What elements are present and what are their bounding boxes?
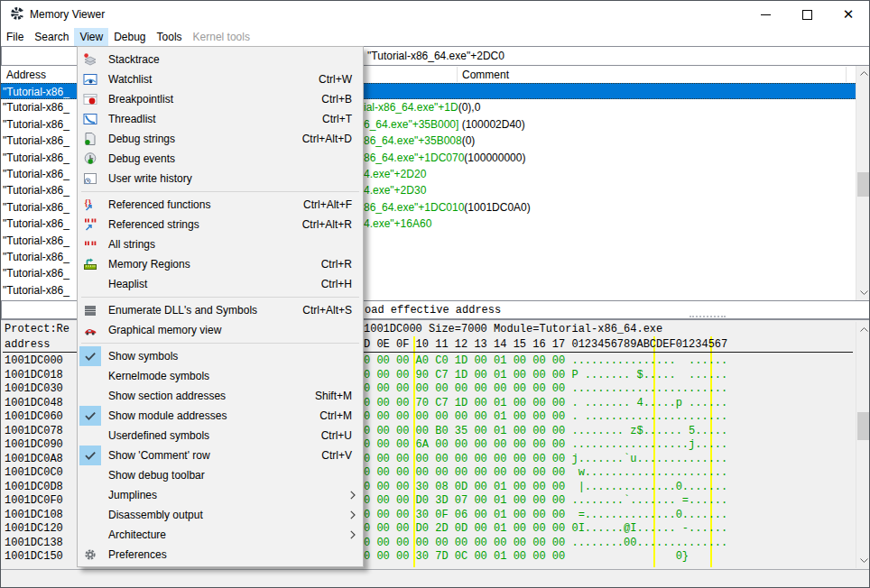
empty-icon-cell [79, 274, 101, 294]
menu-item-shortcut: Ctrl+M [319, 409, 352, 422]
menu-item-heaplist[interactable]: HeaplistCtrl+H [78, 274, 363, 294]
hex-row-bytes[interactable]: 0 00 00 A0 C0 1D 00 01 00 00 00 ........… [364, 354, 727, 367]
column-divider[interactable] [457, 67, 458, 82]
menu-item-show-debug-toolbar[interactable]: Show debug toolbar [78, 465, 363, 485]
hex-row-address[interactable]: 1001DC078 [5, 425, 63, 437]
menu-item-label: Debug events [108, 152, 175, 165]
scrollbar-thumb[interactable] [857, 412, 870, 440]
menubar-item-debug[interactable]: Debug [108, 28, 151, 46]
hex-row-bytes[interactable]: 0 00 00 70 C7 1D 00 01 00 00 00 . ......… [364, 397, 727, 409]
splitter-grip[interactable] [690, 316, 726, 317]
value-annotation: (100000000) [464, 152, 525, 164]
empty-icon-cell [79, 525, 101, 545]
hex-row-address[interactable]: 1001DC0A8 [5, 453, 63, 465]
minimize-button[interactable] [745, 1, 786, 28]
menu-item-memory-regions[interactable]: Memory RegionsCtrl+R [78, 254, 363, 274]
menubar-item-search[interactable]: Search [29, 28, 74, 46]
hex-row-bytes[interactable]: 0 00 00 00 00 00 00 00 00 00 00 ........… [364, 382, 727, 395]
menubar: FileSearchViewDebugToolsKernel tools [1, 28, 869, 46]
address-column-header: Address [6, 69, 46, 81]
titlebar[interactable]: Memory Viewer ✕ [1, 1, 869, 28]
menu-item-disassembly-output[interactable]: Disassembly output [78, 505, 363, 525]
referenced-strings-icon [79, 215, 101, 234]
hex-row-address[interactable]: 1001DC000 [5, 354, 63, 367]
scroll-up-icon[interactable] [856, 66, 870, 81]
menu-item-breakpointlist[interactable]: BreakpointlistCtrl+B [78, 89, 363, 109]
menubar-item-kernel-tools[interactable]: Kernel tools [188, 28, 255, 46]
hex-row-bytes[interactable]: 0 00 00 00 00 00 00 00 00 00 00 w.......… [364, 466, 727, 479]
menu-item-label: Enumerate DLL's and Symbols [108, 304, 257, 317]
hex-row-bytes[interactable]: 0 00 00 6A 00 00 00 00 00 00 00 ........… [364, 438, 727, 451]
disasm-address: "Tutorial-x86_ [3, 216, 76, 232]
menubar-item-tools[interactable]: Tools [152, 28, 188, 46]
hex-row-bytes[interactable]: 0 00 00 D0 3D 07 00 01 00 00 00 ........… [364, 494, 727, 507]
hex-row-address[interactable]: 1001DC018 [5, 369, 63, 381]
close-button[interactable]: ✕ [828, 1, 869, 28]
menu-item-kernelmode-symbols[interactable]: Kernelmode symbols [78, 366, 363, 386]
menu-item-shortcut: Ctrl+Alt+F [303, 198, 352, 211]
hex-row-address[interactable]: 1001DC0D8 [5, 481, 63, 493]
scroll-down-icon[interactable] [856, 285, 870, 300]
hex-row-address[interactable]: 1001DC138 [5, 537, 63, 549]
disasm-address: "Tutorial-x86_ [3, 99, 76, 115]
scroll-up-icon[interactable] [856, 322, 870, 337]
menu-item-user-write-history[interactable]: User write history [78, 169, 363, 188]
submenu-arrow-icon [350, 529, 356, 542]
menubar-item-view[interactable]: View [74, 28, 108, 46]
hex-row-bytes[interactable]: 0 00 00 90 C7 1D 00 01 00 00 00 P ......… [364, 369, 727, 381]
symbol-reference: 86_64.exe"+1DC010 [364, 201, 464, 214]
hex-row-bytes[interactable]: 0 00 00 00 00 00 00 00 00 00 00 j.......… [364, 453, 727, 465]
hex-row-bytes[interactable]: 0 00 00 00 00 00 00 01 00 00 00 . ......… [364, 410, 727, 423]
hex-row-address[interactable]: 1001DC108 [5, 509, 63, 521]
disassembly-scrollbar[interactable] [856, 66, 870, 300]
watchlist-icon [79, 69, 101, 89]
menu-item-architecture[interactable]: Architecture [78, 525, 363, 545]
user-write-history-icon [79, 169, 101, 188]
menu-item-preferences[interactable]: Preferences [78, 545, 363, 565]
hex-row-address[interactable]: 1001DC0C0 [5, 466, 63, 479]
hex-row-address[interactable]: 1001DC0F0 [5, 494, 63, 507]
hex-row-bytes[interactable]: 0 00 00 00 B0 35 00 01 00 00 00 ........… [364, 425, 727, 437]
hex-row-bytes[interactable]: 0 00 00 30 08 0D 00 01 00 00 00 |.......… [364, 481, 727, 493]
hex-row-address[interactable]: 1001DC090 [5, 438, 63, 451]
symbol-reference: 4.exe"+2D30 [364, 184, 426, 197]
hex-row-address[interactable]: 1001DC120 [5, 522, 63, 535]
hex-row-address[interactable]: 1001DC030 [5, 382, 63, 395]
menu-item-referenced-strings[interactable]: Referenced stringsCtrl+Alt+R [78, 215, 363, 234]
menu-item-label: Kernelmode symbols [108, 370, 209, 382]
menu-separator [78, 340, 363, 346]
menu-item-shortcut: Ctrl+W [319, 73, 352, 86]
hex-row-bytes[interactable]: 0 00 00 30 7D 0C 00 01 00 00 00 0} [364, 550, 727, 563]
menu-item-debug-events[interactable]: Debug events [78, 149, 363, 169]
menu-item-jumplines[interactable]: Jumplines [78, 485, 363, 505]
menu-item-show-module-addresses[interactable]: Show module addressesCtrl+M [78, 406, 363, 426]
scrollbar-thumb[interactable] [857, 172, 870, 197]
column-divider[interactable] [846, 67, 847, 82]
menu-item-watchlist[interactable]: WatchlistCtrl+W [78, 69, 363, 89]
hexview-scrollbar[interactable] [856, 322, 870, 568]
menu-item-show-section-addresses[interactable]: Show section addressesShift+M [78, 386, 363, 406]
menu-item-show-comment-row[interactable]: Show 'Comment' rowCtrl+V [78, 446, 363, 465]
menu-item-threadlist[interactable]: ThreadlistCtrl+T [78, 109, 363, 129]
disasm-address: "Tutorial-x86_ [3, 199, 76, 216]
menu-item-referenced-functions[interactable]: {}Referenced functionsCtrl+Alt+F [78, 195, 363, 215]
scroll-down-icon[interactable] [856, 553, 870, 568]
menu-item-graphical-memory-view[interactable]: Graphical memory view [78, 320, 363, 340]
hex-row-bytes[interactable]: 0 00 00 00 00 00 00 00 00 00 00 ........… [364, 537, 727, 549]
menu-item-stacktrace[interactable]: Stacktrace [78, 50, 363, 69]
maximize-button[interactable] [786, 1, 828, 28]
hex-row-bytes[interactable]: 0 00 00 30 0F 06 00 01 00 00 00 =.......… [364, 509, 727, 521]
disasm-address: "Tutorial-x86_ [3, 166, 76, 182]
menu-item-shortcut: Shift+M [315, 390, 352, 402]
hex-row-address[interactable]: 1001DC048 [5, 397, 63, 409]
menu-item-show-symbols[interactable]: Show symbols [78, 346, 363, 366]
hex-row-address[interactable]: 1001DC150 [5, 550, 63, 563]
selected-symbol-text: "Tutorial-x86_64.exe"+2DC0 [367, 50, 504, 62]
hex-row-address[interactable]: 1001DC060 [5, 410, 63, 423]
menubar-item-file[interactable]: File [1, 28, 29, 46]
menu-item-all-strings[interactable]: All strings [78, 234, 363, 254]
menu-item-debug-strings[interactable]: Debug stringsCtrl+Alt+D [78, 129, 363, 149]
menu-item-enumerate-dll-s-and-symbols[interactable]: Enumerate DLL's and SymbolsCtrl+Alt+S [78, 300, 363, 320]
menu-item-userdefined-symbols[interactable]: Userdefined symbolsCtrl+U [78, 426, 363, 446]
hex-row-bytes[interactable]: 0 00 00 D0 2D 0D 00 01 00 00 00 0I......… [364, 522, 727, 535]
